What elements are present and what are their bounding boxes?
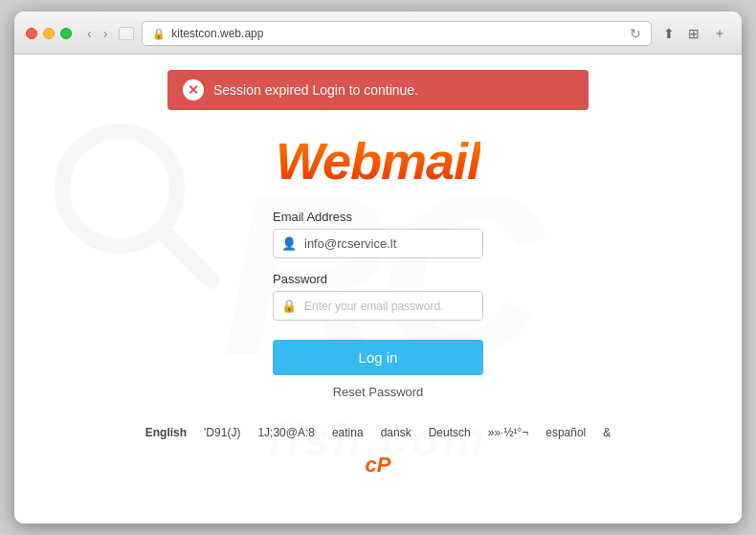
- alert-icon: ✕: [183, 79, 204, 100]
- lang-eatina[interactable]: eatina: [332, 426, 364, 439]
- lang-amp[interactable]: &: [603, 426, 611, 439]
- lang-1j30[interactable]: 1J;30@A:8: [257, 426, 315, 439]
- browser-actions: ⬆ ⊞ ＋: [659, 23, 730, 44]
- address-bar[interactable]: 🔒 kitestcon.web.app ↻: [142, 21, 652, 46]
- forward-button[interactable]: ›: [100, 24, 112, 43]
- login-button[interactable]: Log in: [273, 340, 483, 375]
- cpanel-icon: cP: [366, 453, 391, 477]
- logo-container: Webmail: [276, 135, 480, 187]
- lang-english[interactable]: English: [145, 426, 187, 439]
- reload-button[interactable]: ↻: [630, 26, 641, 41]
- tab-icon: [119, 27, 134, 40]
- lock-icon: 🔒: [152, 28, 166, 40]
- email-input[interactable]: [304, 230, 482, 257]
- user-icon: 👤: [274, 236, 304, 251]
- login-form: Email Address 👤 Password 🔒 Log in Reset …: [273, 210, 483, 399]
- close-button[interactable]: [26, 28, 37, 39]
- lang-espanol[interactable]: español: [545, 426, 586, 439]
- new-tab-button[interactable]: ⊞: [684, 23, 703, 44]
- tab-bar: [119, 27, 134, 40]
- traffic-lights: [26, 28, 72, 39]
- lang-symbols[interactable]: »»·½¹°¬: [488, 426, 529, 439]
- password-group: Password 🔒: [273, 272, 483, 321]
- browser-window: ‹ › 🔒 kitestcon.web.app ↻ ⬆ ⊞ ＋ RC: [14, 11, 742, 524]
- language-bar: English 'D91(J) 1J;30@A:8 eatina dansk D…: [126, 426, 631, 439]
- maximize-button[interactable]: [60, 28, 72, 39]
- url-text: kitestcon.web.app: [171, 27, 263, 40]
- password-label: Password: [273, 272, 483, 286]
- password-input[interactable]: [304, 292, 482, 320]
- main-content: ✕ Session expired Login to continue. Web…: [14, 55, 742, 478]
- webmail-logo: Webmail: [276, 135, 480, 187]
- lang-deutsch[interactable]: Deutsch: [429, 426, 471, 439]
- add-button[interactable]: ＋: [709, 23, 730, 44]
- share-button[interactable]: ⬆: [659, 23, 678, 44]
- reset-password-link[interactable]: Reset Password: [273, 385, 483, 399]
- browser-content: RC fish.com ✕ Session expired Login to c…: [14, 55, 742, 524]
- browser-nav: ‹ ›: [83, 24, 111, 43]
- alert-message: Session expired Login to continue.: [213, 82, 418, 98]
- minimize-button[interactable]: [43, 28, 55, 39]
- password-input-wrapper[interactable]: 🔒: [273, 291, 483, 321]
- x-icon: ✕: [188, 83, 199, 97]
- lang-dansk[interactable]: dansk: [381, 426, 411, 439]
- lang-d91j[interactable]: 'D91(J): [204, 426, 240, 439]
- lock-field-icon: 🔒: [274, 299, 304, 313]
- email-group: Email Address 👤: [273, 210, 483, 258]
- browser-titlebar: ‹ › 🔒 kitestcon.web.app ↻ ⬆ ⊞ ＋: [14, 11, 742, 55]
- back-button[interactable]: ‹: [83, 24, 96, 43]
- email-label: Email Address: [273, 210, 483, 224]
- alert-banner: ✕ Session expired Login to continue.: [167, 70, 589, 110]
- email-input-wrapper[interactable]: 👤: [273, 229, 483, 258]
- cpanel-logo: cP: [366, 453, 391, 478]
